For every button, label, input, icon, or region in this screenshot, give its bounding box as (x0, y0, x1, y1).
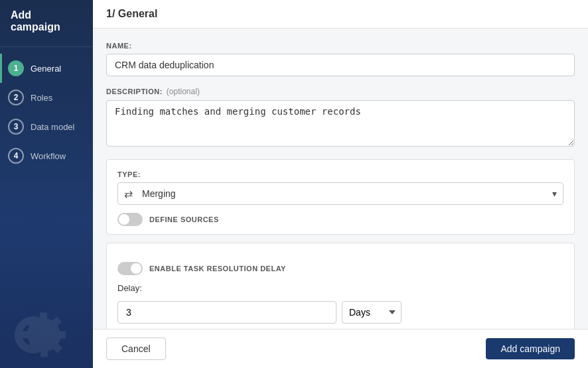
delay-input[interactable] (117, 301, 336, 324)
define-sources-toggle[interactable] (117, 213, 143, 226)
name-input[interactable] (106, 54, 575, 76)
sidebar-item-general[interactable]: 1 General (0, 54, 93, 83)
sidebar-label-data-model: Data model (31, 122, 74, 132)
step-number-1: 1 (8, 60, 24, 76)
description-section: DESCRIPTION: (optional) Finding matches … (106, 87, 575, 149)
delay-unit-select[interactable]: Days Minutes Hours Weeks (342, 301, 402, 324)
cancel-button[interactable]: Cancel (106, 337, 166, 360)
delay-box: ENABLE TASK RESOLUTION DELAY Delay: Days… (106, 243, 575, 329)
add-campaign-button[interactable]: Add campaign (486, 338, 575, 359)
sidebar-label-workflow: Workflow (31, 151, 66, 161)
define-sources-row: DEFINE SOURCES (117, 213, 563, 226)
type-select-wrapper: ⇄ Merging Deduplication Linking ▾ (117, 182, 563, 205)
description-input[interactable]: Finding matches and merging customer rec… (106, 100, 575, 147)
delay-config: Delay: Days Minutes Hours Weeks (117, 283, 563, 324)
enable-delay-row: ENABLE TASK RESOLUTION DELAY (117, 262, 563, 275)
sidebar-title: Add campaign (0, 0, 93, 47)
define-sources-label: DEFINE SOURCES (149, 215, 219, 223)
type-select[interactable]: Merging Deduplication Linking (117, 182, 563, 205)
enable-delay-slider (117, 262, 143, 275)
sidebar-label-roles: Roles (31, 93, 52, 103)
step-number-2: 2 (8, 90, 24, 105)
step-number-3: 3 (8, 119, 24, 135)
define-sources-slider (117, 213, 143, 226)
sidebar-label-general: General (31, 64, 61, 74)
enable-delay-toggle[interactable] (117, 262, 143, 275)
sidebar-item-data-model[interactable]: 3 Data model (0, 112, 93, 141)
sidebar: Add campaign 1 General 2 Roles 3 Data mo… (0, 0, 93, 368)
type-box: TYPE: ⇄ Merging Deduplication Linking ▾ … (106, 159, 575, 235)
footer: Cancel Add campaign (93, 329, 588, 368)
delay-label: Delay: (117, 283, 563, 293)
enable-delay-label: ENABLE TASK RESOLUTION DELAY (149, 265, 286, 273)
page-header: 1/ General (93, 0, 588, 29)
type-label: TYPE: (117, 170, 563, 178)
merging-icon: ⇄ (124, 188, 133, 200)
description-optional: (optional) (167, 87, 200, 96)
main-content: 1/ General NAME: DESCRIPTION: (optional)… (93, 0, 588, 368)
sidebar-item-roles[interactable]: 2 Roles (0, 83, 93, 112)
name-label: NAME: (106, 42, 575, 50)
sidebar-item-workflow[interactable]: 4 Workflow (0, 141, 93, 170)
delay-row: Days Minutes Hours Weeks (117, 301, 563, 324)
main-body: NAME: DESCRIPTION: (optional) Finding ma… (93, 29, 588, 329)
name-section: NAME: (106, 42, 575, 76)
step-number-4: 4 (8, 148, 24, 164)
gear-decoration-icon (0, 288, 80, 368)
description-label: DESCRIPTION: (optional) (106, 87, 575, 96)
page-title: 1/ General (106, 8, 157, 19)
